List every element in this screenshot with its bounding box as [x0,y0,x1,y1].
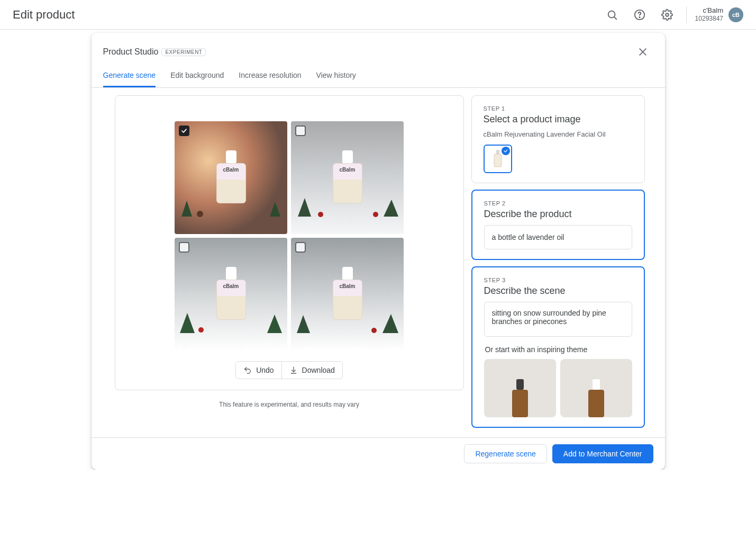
close-icon[interactable] [632,41,653,62]
avatar: cB [728,7,743,22]
step-1-label: STEP 1 [484,105,633,112]
topbar-right: c'Balm 10293847 cB [602,4,743,25]
step-2-card: STEP 2 Describe the product a bottle of … [471,190,645,260]
tab-view-history[interactable]: View history [316,66,356,87]
add-to-merchant-center-button[interactable]: Add to Merchant Center [552,444,653,463]
svg-point-4 [666,13,669,16]
checkbox-icon [179,125,189,136]
check-circle-icon [502,147,510,155]
generated-image-4[interactable] [291,238,404,351]
step-3-title: Describe the scene [484,285,632,297]
inspiring-theme-label: Or start with an inspiring theme [485,345,632,354]
step-1-card: STEP 1 Select a product image cBalm Reju… [471,95,645,183]
describe-product-input[interactable]: a bottle of lavender oil [484,225,632,249]
step-2-title: Describe the product [484,209,632,220]
checkbox-icon [295,242,306,253]
undo-button[interactable]: Undo [236,362,281,379]
divider [686,6,687,23]
page-title: Edit product [13,8,75,22]
theme-row [484,359,632,417]
theme-option-1[interactable] [484,359,556,417]
product-studio-dialog: Product Studio EXPERIMENT Generate scene… [92,33,665,470]
tab-increase-resolution[interactable]: Increase resolution [239,66,301,87]
top-bar: Edit product c'Balm 10293847 cB [0,0,756,30]
step-3-label: STEP 3 [484,277,632,283]
preview-card: Undo Download [115,95,464,390]
checkbox-icon [179,242,189,253]
describe-scene-input[interactable]: sitting on snow surrounded by pine branc… [484,302,632,337]
search-icon[interactable] [602,4,623,25]
download-label: Download [302,366,335,374]
step-2-label: STEP 2 [484,200,632,207]
generated-grid [175,121,404,351]
download-button[interactable]: Download [281,362,342,379]
tab-edit-background[interactable]: Edit background [170,66,224,87]
experiment-badge: EXPERIMENT [161,48,206,56]
svg-rect-12 [496,150,499,154]
theme-option-2[interactable] [560,359,632,417]
svg-point-10 [198,327,204,333]
svg-point-3 [639,16,640,17]
user-id: 10293847 [695,15,723,23]
svg-rect-13 [494,154,502,167]
disclaimer-text: This feature is experimental, and result… [219,401,359,408]
checkbox-icon [295,125,306,136]
svg-line-1 [614,17,616,19]
svg-point-7 [197,211,203,217]
dialog-title: Product Studio [103,47,159,57]
user-name: c'Balm [695,6,723,15]
tab-generate-scene[interactable]: Generate scene [103,66,156,87]
svg-point-9 [373,212,378,217]
svg-point-11 [371,328,377,333]
dialog-footer: Regenerate scene Add to Merchant Center [92,437,665,470]
step-3-card: STEP 3 Describe the scene sitting on sno… [471,266,645,428]
gear-icon[interactable] [657,4,678,25]
help-icon[interactable] [629,4,650,25]
tabs: Generate scene Edit background Increase … [92,66,665,88]
step-1-title: Select a product image [484,114,633,125]
generated-image-1[interactable] [175,121,287,234]
undo-label: Undo [256,366,274,374]
svg-point-8 [318,212,323,217]
regenerate-scene-button[interactable]: Regenerate scene [464,444,546,463]
user-menu[interactable]: c'Balm 10293847 cB [695,6,743,23]
generated-image-3[interactable] [175,238,287,351]
action-bar: Undo Download [235,361,343,379]
generated-image-2[interactable] [291,121,404,234]
step-1-subtitle: cBalm Rejuvenating Lavender Facial Oil [484,130,633,138]
selected-product-thumbnail[interactable] [484,145,512,173]
